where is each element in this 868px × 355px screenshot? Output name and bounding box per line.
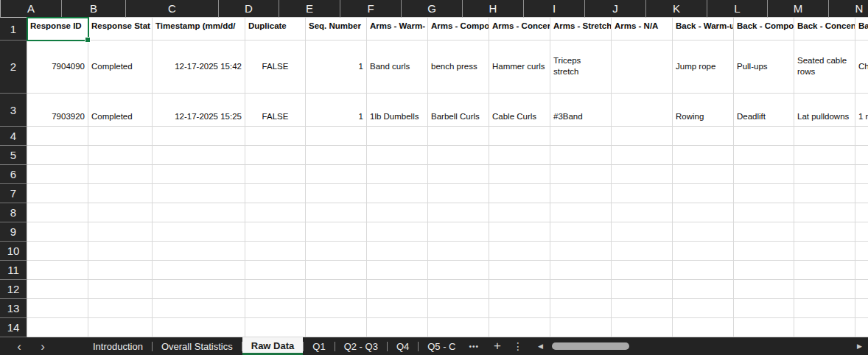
row-header-9[interactable]: 9 [0,222,27,242]
cell-J1[interactable]: Arms - N/A [612,18,673,41]
cell-B13[interactable] [88,299,153,318]
cell-D10[interactable] [245,242,306,261]
column-header-N[interactable]: N [829,0,868,18]
cell-N10[interactable] [855,242,868,261]
cell-H6[interactable] [489,165,550,184]
cell-E3[interactable]: 1 [306,94,367,127]
cell-N9[interactable] [855,222,868,242]
cell-H10[interactable] [489,242,550,261]
cell-J10[interactable] [612,242,673,261]
cell-D3[interactable]: FALSE [245,94,306,127]
cell-G2[interactable]: bench press [428,41,489,94]
cell-A7[interactable] [27,184,88,203]
cell-E13[interactable] [306,299,367,318]
cell-D7[interactable] [245,184,306,203]
cell-A4[interactable] [27,127,88,146]
cell-H4[interactable] [489,127,550,146]
sheet-nav-next-button[interactable]: › [31,337,55,355]
cell-G3[interactable]: Barbell Curls [428,94,489,127]
cell-J5[interactable] [612,146,673,165]
cell-E4[interactable] [306,127,367,146]
cell-G14[interactable] [428,318,489,337]
cell-D2[interactable]: FALSE [245,41,306,94]
cell-L14[interactable] [734,318,794,337]
cell-H12[interactable] [489,280,550,299]
cell-L4[interactable] [734,127,794,146]
cell-M3[interactable]: Lat pulldowns [794,94,855,127]
row-header-2[interactable]: 2 [0,41,27,94]
cell-G4[interactable] [428,127,489,146]
cell-F4[interactable] [367,127,428,146]
row-header-8[interactable]: 8 [0,203,27,222]
row-header-12[interactable]: 12 [0,280,27,299]
column-header-G[interactable]: G [402,0,463,18]
cell-A12[interactable] [27,280,88,299]
cell-C3[interactable]: 12-17-2025 15:25 [153,94,245,127]
cell-K2[interactable]: Jump rope [673,41,734,94]
cell-A11[interactable] [27,261,88,280]
cell-J2[interactable] [612,41,673,94]
cell-B2[interactable]: Completed [88,41,153,94]
cell-F11[interactable] [367,261,428,280]
row-header-5[interactable]: 5 [0,146,27,165]
cell-J6[interactable] [612,165,673,184]
cell-C2[interactable]: 12-17-2025 15:42 [153,41,245,94]
cell-E1[interactable]: Seq. Number [306,18,367,41]
column-header-D[interactable]: D [219,0,279,18]
cell-M12[interactable] [794,280,855,299]
tab-raw-data[interactable]: Raw Data [242,337,304,355]
cell-A9[interactable] [27,222,88,242]
column-header-B[interactable]: B [62,0,126,18]
cell-I14[interactable] [550,318,612,337]
cell-M6[interactable] [794,165,855,184]
cell-K3[interactable]: Rowing [673,94,734,127]
cell-A8[interactable] [27,203,88,222]
cell-H2[interactable]: Hammer curls [489,41,550,94]
cell-J12[interactable] [612,280,673,299]
column-header-J[interactable]: J [585,0,646,18]
cell-D11[interactable] [245,261,306,280]
cell-L10[interactable] [734,242,794,261]
cell-E10[interactable] [306,242,367,261]
cell-G11[interactable] [428,261,489,280]
cell-B12[interactable] [88,280,153,299]
cell-H5[interactable] [489,146,550,165]
cell-G7[interactable] [428,184,489,203]
column-header-E[interactable]: E [279,0,340,18]
cell-L11[interactable] [734,261,794,280]
cell-K7[interactable] [673,184,734,203]
cell-H9[interactable] [489,222,550,242]
cell-J4[interactable] [612,127,673,146]
cell-L9[interactable] [734,222,794,242]
cell-A10[interactable] [27,242,88,261]
cell-M4[interactable] [794,127,855,146]
cell-L6[interactable] [734,165,794,184]
cell-H3[interactable]: Cable Curls [489,94,550,127]
cell-M10[interactable] [794,242,855,261]
cell-H14[interactable] [489,318,550,337]
cell-G10[interactable] [428,242,489,261]
cell-L2[interactable]: Pull-ups [734,41,794,94]
cell-E5[interactable] [306,146,367,165]
row-header-14[interactable]: 14 [0,318,27,337]
column-header-A[interactable]: A [1,0,62,18]
column-header-H[interactable]: H [463,0,524,18]
row-header-4[interactable]: 4 [0,127,27,146]
cell-C10[interactable] [153,242,245,261]
cell-D4[interactable] [245,127,306,146]
cell-A13[interactable] [27,299,88,318]
cell-N2[interactable]: Ch [855,41,868,94]
more-sheets-icon[interactable]: ••• [469,337,480,355]
fill-handle[interactable] [85,37,91,43]
cell-F10[interactable] [367,242,428,261]
cell-F13[interactable] [367,299,428,318]
cell-F3[interactable]: 1lb Dumbells [367,94,428,127]
cell-K14[interactable] [673,318,734,337]
cell-B1[interactable]: Response Stat [88,18,153,41]
cell-A1[interactable]: Response ID [27,18,88,41]
cell-E6[interactable] [306,165,367,184]
cell-L13[interactable] [734,299,794,318]
column-header-I[interactable]: I [524,0,585,18]
cell-H7[interactable] [489,184,550,203]
cell-D12[interactable] [245,280,306,299]
